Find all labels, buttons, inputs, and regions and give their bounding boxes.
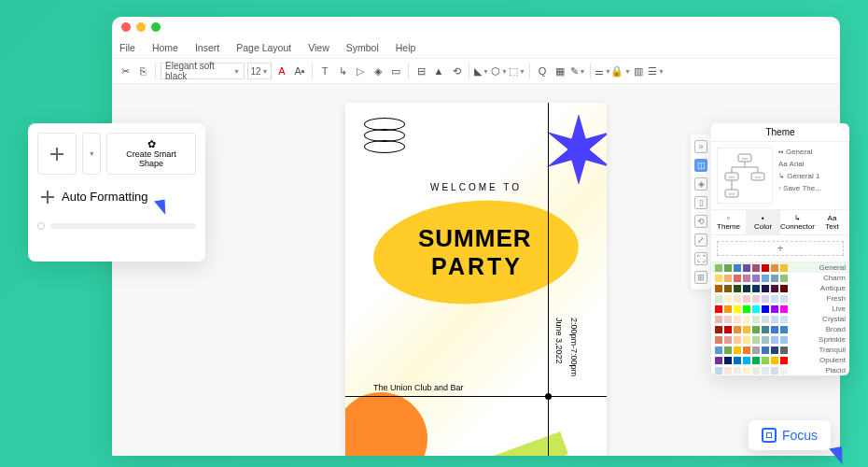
add-palette-button[interactable]: + <box>717 241 844 256</box>
sidebar-theme-icon[interactable]: ◫ <box>694 159 707 172</box>
color-swatch <box>734 264 741 272</box>
color-swatch <box>734 305 741 313</box>
color-swatch <box>771 264 778 272</box>
rotate-icon[interactable]: ⟲ <box>449 64 464 78</box>
color-swatch <box>762 336 769 344</box>
menu-home[interactable]: Home <box>152 42 178 53</box>
color-swatch <box>771 326 778 333</box>
menu-page-layout[interactable]: Page Layout <box>236 42 291 53</box>
prop-font: Aa Arial <box>778 160 844 168</box>
palette-row[interactable]: Crystal <box>711 314 849 324</box>
palette-row[interactable]: Fresh <box>711 293 849 304</box>
palette-row[interactable]: Placid <box>711 365 849 375</box>
color-swatch <box>771 305 778 313</box>
color-swatch <box>780 336 788 344</box>
palette-row[interactable]: Tranquil <box>711 345 849 355</box>
sidebar-grid-icon[interactable]: ⊞ <box>694 271 707 284</box>
spark-dropdown[interactable]: ▼ <box>82 133 101 175</box>
cut-icon[interactable]: ✂ <box>118 64 133 78</box>
layers-icon[interactable]: ◈ <box>371 64 385 78</box>
color-swatch <box>715 367 722 375</box>
line-icon[interactable]: ⬡▼ <box>492 64 507 78</box>
font-color-icon[interactable]: A <box>274 64 289 78</box>
text-tool-icon[interactable]: T <box>317 64 332 78</box>
fill-icon[interactable]: ◣▼ <box>474 64 489 78</box>
poster-document[interactable]: WELCOME TO SUMMER PARTY The Union Club a… <box>345 103 607 456</box>
close-icon[interactable] <box>121 22 131 32</box>
highlight-icon[interactable]: A▪ <box>292 64 307 78</box>
tab-text[interactable]: AaText <box>815 210 849 234</box>
color-swatch <box>771 275 778 282</box>
minimize-icon[interactable] <box>136 22 146 32</box>
color-swatch <box>724 336 732 344</box>
font-size-select[interactable]: 12▼ <box>247 63 272 79</box>
palette-row[interactable]: Charm <box>711 273 849 283</box>
font-select[interactable]: Elegant soft black▼ <box>161 63 245 79</box>
auto-formatting-label: Auto Formatting <box>62 190 148 204</box>
auto-formatting-button[interactable]: Auto Formatting <box>37 186 196 207</box>
menu-insert[interactable]: Insert <box>195 42 219 53</box>
palette-row[interactable]: Antique <box>711 283 849 293</box>
sidebar-page-icon[interactable]: ▯ <box>694 196 707 209</box>
sidebar-cart-icon[interactable]: ⛶ <box>694 252 707 265</box>
palette-list: GeneralCharmAntiqueFreshLiveCrystalBroad… <box>711 262 849 375</box>
connector-icon[interactable]: ↳ <box>335 64 350 78</box>
sidebar-resize-icon[interactable]: ⤢ <box>694 234 707 247</box>
color-swatch <box>780 285 788 292</box>
color-swatch <box>734 295 741 303</box>
menu-help[interactable]: Help <box>396 42 416 53</box>
menu-symbol[interactable]: Symbol <box>346 42 379 53</box>
color-swatch <box>715 357 722 364</box>
spark-tool-button[interactable] <box>37 133 77 175</box>
starburst-shape <box>543 114 607 185</box>
color-swatch <box>734 367 741 375</box>
maximize-icon[interactable] <box>151 22 161 32</box>
table-icon[interactable]: ▥ <box>631 64 646 78</box>
palette-row[interactable]: General <box>711 262 849 273</box>
sidebar-layers-icon[interactable]: ◈ <box>694 177 707 191</box>
color-swatch <box>724 367 732 375</box>
align-icon[interactable]: ⊟ <box>413 64 428 78</box>
palette-row[interactable]: Broad <box>711 324 849 334</box>
format-slider[interactable] <box>37 222 196 230</box>
palette-row[interactable]: Sprinkle <box>711 334 849 345</box>
search-icon[interactable]: Q <box>535 64 550 78</box>
color-swatch <box>752 357 760 364</box>
color-swatch <box>762 275 769 282</box>
color-swatch <box>724 347 732 354</box>
palette-name: Tranquil <box>819 346 846 354</box>
menu-file[interactable]: File <box>119 42 135 53</box>
create-smart-shape-button[interactable]: ✿ Create Smart Shape <box>106 133 196 175</box>
focus-button[interactable]: Focus <box>749 420 831 450</box>
crop-icon[interactable]: ⬚▼ <box>510 64 525 78</box>
slider-icon[interactable]: ⚌▼ <box>595 64 610 78</box>
pointer-icon[interactable]: ▷ <box>353 64 368 78</box>
tab-color[interactable]: ▪Color <box>746 210 780 234</box>
shape-icon[interactable]: ▭ <box>388 64 403 78</box>
slider-track <box>50 223 196 229</box>
tab-theme[interactable]: ▫Theme <box>711 210 746 234</box>
prop-save: ▫ Save The... <box>778 184 844 192</box>
menubar: File Home Insert Page Layout View Symbol… <box>112 37 840 58</box>
spark-icon <box>50 148 63 161</box>
copy-icon[interactable]: ⎘ <box>135 64 150 78</box>
focus-label: Focus <box>782 428 818 443</box>
distribute-icon[interactable]: ▲ <box>431 64 446 78</box>
palette-row[interactable]: Opulent <box>711 355 849 365</box>
toolbar: ✂ ⎘ Elegant soft black▼ 12▼ A A▪ T ↳ ▷ ◈… <box>112 58 840 84</box>
lock-icon[interactable]: 🔒▼ <box>613 64 628 78</box>
palette-row[interactable]: Live <box>711 304 849 314</box>
auto-formatting-popup: ▼ ✿ Create Smart Shape Auto Formatting <box>28 123 205 262</box>
grid-icon[interactable]: ▦ <box>553 64 567 78</box>
palette-name: Live <box>832 304 846 313</box>
sidebar-expand-icon[interactable]: » <box>694 140 707 153</box>
pen-icon[interactable]: ✎▼ <box>570 64 585 78</box>
more-icon[interactable]: ☰▼ <box>649 64 664 78</box>
tab-connector[interactable]: ↳Connector <box>780 210 815 234</box>
menu-view[interactable]: View <box>308 42 329 53</box>
sidebar-history-icon[interactable]: ⟲ <box>694 215 707 228</box>
color-swatch <box>780 275 788 282</box>
orange-circle-shape <box>345 392 427 456</box>
title-line-2: PARTY <box>431 253 523 280</box>
welcome-text: WELCOME TO <box>345 182 607 192</box>
